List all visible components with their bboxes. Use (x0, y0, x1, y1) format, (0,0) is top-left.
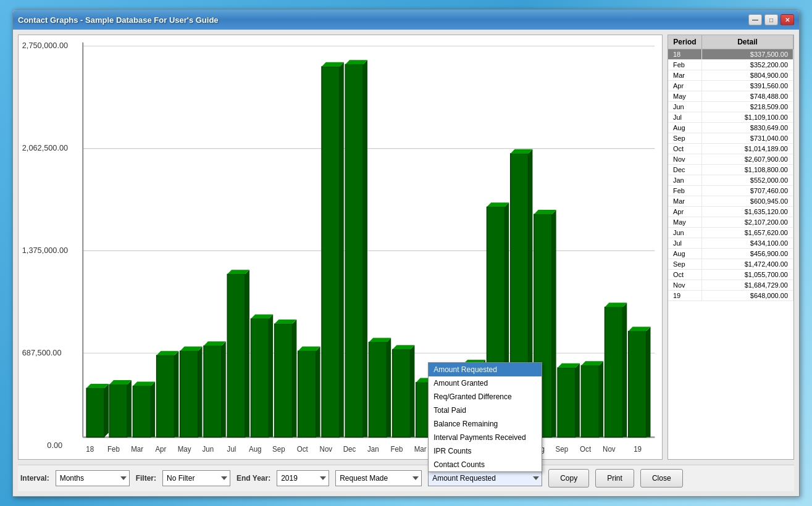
svg-text:Jan: Jan (367, 445, 379, 453)
period-cell: Jun (668, 228, 702, 238)
period-cell: May (668, 217, 702, 227)
period-cell: Apr (668, 207, 702, 217)
copy-button[interactable]: Copy (548, 469, 589, 487)
svg-marker-75 (599, 361, 603, 437)
amount-dropdown[interactable]: Amount Requested (428, 470, 542, 486)
detail-cell: $1,657,620.00 (702, 228, 793, 238)
detail-cell: $391,560.00 (702, 81, 793, 91)
dropdown-menu-item[interactable]: Contact Counts (429, 458, 542, 471)
table-row[interactable]: Mar$804,900.00 (668, 70, 793, 81)
svg-text:Feb: Feb (107, 445, 120, 453)
period-cell: Aug (668, 249, 702, 259)
svg-text:687,500.00: 687,500.00 (22, 348, 62, 357)
table-row[interactable]: Jun$218,509.00 (668, 102, 793, 112)
detail-cell: $552,000.00 (702, 175, 793, 185)
svg-text:May: May (178, 445, 191, 453)
table-row[interactable]: Oct$1,055,700.00 (668, 270, 793, 280)
table-row[interactable]: Feb$707,460.00 (668, 186, 793, 196)
close-button[interactable]: Close (640, 469, 683, 487)
svg-marker-27 (222, 341, 226, 437)
svg-rect-38 (298, 351, 316, 438)
detail-cell: $1,108,800.00 (702, 165, 793, 175)
period-cell: Sep (668, 133, 702, 143)
dropdown-menu-item[interactable]: Amount Granted (429, 376, 542, 390)
detail-cell: $707,460.00 (702, 186, 793, 196)
detail-cell: $2,607,900.00 (702, 154, 793, 164)
table-row[interactable]: May$748,488.00 (668, 91, 793, 102)
period-cell: Mar (668, 196, 702, 206)
request-dropdown[interactable]: Request Made (335, 470, 422, 486)
svg-text:Apr: Apr (155, 445, 166, 453)
svg-text:Jul: Jul (227, 445, 236, 453)
period-cell: Mar (668, 70, 702, 80)
dropdown-menu-item[interactable]: Balance Remaining (429, 417, 542, 431)
minimize-button[interactable]: — (748, 14, 762, 25)
col-period: Period (668, 35, 702, 49)
year-dropdown[interactable]: 2019 (277, 470, 329, 486)
svg-marker-33 (269, 314, 273, 437)
dropdown-menu-item[interactable]: Amount Requested (429, 363, 542, 376)
maximize-button[interactable]: □ (764, 14, 778, 25)
period-cell: Jan (668, 175, 702, 185)
detail-cell: $804,900.00 (702, 70, 793, 80)
svg-rect-17 (133, 386, 151, 438)
svg-rect-32 (251, 319, 269, 438)
svg-rect-71 (558, 368, 576, 438)
svg-rect-41 (322, 67, 340, 438)
table-row[interactable]: Nov$1,684,729.00 (668, 280, 793, 291)
table-row[interactable]: 19$648,000.00 (668, 291, 793, 301)
detail-cell: $218,509.00 (702, 102, 793, 112)
svg-marker-45 (363, 60, 367, 437)
svg-text:Dec: Dec (343, 445, 356, 453)
detail-cell: $1,472,400.00 (702, 259, 793, 269)
period-cell: May (668, 91, 702, 101)
table-body[interactable]: 18$337,500.00Feb$352,200.00Mar$804,900.0… (668, 49, 793, 459)
svg-text:2,062,500.00: 2,062,500.00 (22, 143, 68, 152)
interval-dropdown[interactable]: Months (56, 470, 130, 486)
table-row[interactable]: Apr$391,560.00 (668, 81, 793, 91)
period-cell: 19 (668, 291, 702, 301)
table-row[interactable]: May$2,107,200.00 (668, 217, 793, 228)
svg-text:18: 18 (86, 445, 94, 453)
table-row[interactable]: 18$337,500.00 (668, 49, 793, 60)
table-row[interactable]: Oct$1,014,189.00 (668, 144, 793, 154)
filter-dropdown[interactable]: No Filter (162, 470, 230, 486)
dropdown-menu-item[interactable]: Req/Granted Difference (429, 390, 542, 404)
dropdown-menu-item[interactable]: IPR Counts (429, 444, 542, 458)
svg-marker-30 (245, 270, 249, 437)
svg-marker-72 (576, 363, 580, 438)
period-cell: Jul (668, 238, 702, 248)
period-cell: Oct (668, 270, 702, 280)
print-button[interactable]: Print (595, 469, 634, 487)
svg-rect-29 (227, 274, 245, 437)
table-row[interactable]: Apr$1,635,120.00 (668, 207, 793, 217)
close-window-button[interactable]: ✕ (781, 14, 794, 25)
table-row[interactable]: Mar$600,945.00 (668, 196, 793, 207)
svg-text:Mar: Mar (414, 445, 427, 453)
table-row[interactable]: Aug$830,649.00 (668, 123, 793, 133)
col-detail: Detail (702, 35, 793, 49)
dropdown-menu-item[interactable]: Interval Payments Received (429, 431, 542, 444)
table-row[interactable]: Dec$1,108,800.00 (668, 165, 793, 175)
interval-label: Interval: (20, 474, 49, 483)
svg-text:0.00: 0.00 (47, 441, 62, 450)
detail-cell: $1,635,120.00 (702, 207, 793, 217)
svg-rect-26 (204, 346, 222, 437)
table-row[interactable]: Jul$1,109,100.00 (668, 112, 793, 123)
bottom-bar: Interval: Months Filter: No Filter End Y… (18, 465, 794, 491)
table-row[interactable]: Jul$434,100.00 (668, 238, 793, 249)
svg-rect-35 (274, 324, 292, 438)
table-row[interactable]: Sep$1,472,400.00 (668, 259, 793, 270)
table-row[interactable]: Jan$552,000.00 (668, 175, 793, 186)
table-row[interactable]: Sep$731,040.00 (668, 133, 793, 144)
detail-cell: $600,945.00 (702, 196, 793, 206)
window-title: Contact Graphs - Sample Database For Use… (18, 15, 219, 25)
svg-text:Feb: Feb (390, 445, 403, 453)
dropdown-menu-item[interactable]: Total Paid (429, 404, 542, 417)
table-row[interactable]: Nov$2,607,900.00 (668, 154, 793, 165)
table-row[interactable]: Aug$456,900.00 (668, 249, 793, 259)
table-row[interactable]: Jun$1,657,620.00 (668, 228, 793, 238)
svg-text:Sep: Sep (272, 445, 285, 453)
svg-text:Jun: Jun (202, 445, 214, 453)
table-row[interactable]: Feb$352,200.00 (668, 60, 793, 70)
